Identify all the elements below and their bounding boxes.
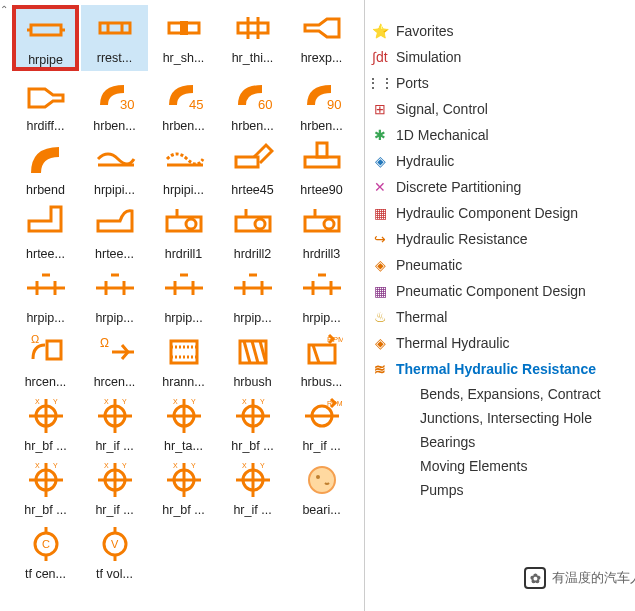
component-hrdiff[interactable]: hrdiff... (12, 73, 79, 135)
svg-text:Y: Y (191, 462, 196, 469)
bend45-icon: 45 (163, 75, 205, 117)
svg-text:X: X (104, 462, 109, 469)
watermark-text: 有温度的汽车人 (552, 569, 635, 587)
tree-subitem-label: Bends, Expansions, Contract (420, 386, 601, 402)
tree-item-label: 1D Mechanical (396, 127, 489, 143)
component-label: hrpip... (95, 311, 133, 325)
component-hrpipe[interactable]: hrpipe (12, 5, 79, 71)
component-hr_if[interactable]: XYhr_if ... (219, 457, 286, 519)
svg-text:60: 60 (258, 97, 272, 112)
tree-item-thermal-hydraulic[interactable]: ◈Thermal Hydraulic (365, 330, 635, 356)
tee1-icon (25, 203, 67, 245)
tree-item-label: Hydraulic Component Design (396, 205, 578, 221)
component-hrpip[interactable]: hrpip... (12, 265, 79, 327)
category-icon: ♨ (371, 308, 389, 326)
category-icon: ⋮⋮ (371, 74, 389, 92)
tree-item-simulation[interactable]: ∫dtSimulation (365, 44, 635, 70)
pip-icon (25, 267, 67, 309)
svg-text:Y: Y (191, 398, 196, 405)
category-icon: ▦ (371, 282, 389, 300)
tree-item-hydraulic[interactable]: ◈Hydraulic (365, 148, 635, 174)
component-beari[interactable]: beari... (288, 457, 355, 519)
category-icon: ◈ (371, 256, 389, 274)
svg-text:X: X (242, 462, 247, 469)
tree-item-thermal[interactable]: ♨Thermal (365, 304, 635, 330)
component-hrpip[interactable]: hrpip... (81, 265, 148, 327)
component-hrbus[interactable]: RPMhrbus... (288, 329, 355, 391)
component-hrtee[interactable]: hrtee... (12, 201, 79, 263)
svg-rect-53 (171, 341, 197, 363)
bush-icon (232, 331, 274, 373)
tree-subitem-moving-elements[interactable]: Moving Elements (365, 454, 635, 478)
component-hr_thi[interactable]: hr_thi... (219, 5, 286, 71)
tree-subitem-junctions-intersecting-hole[interactable]: Junctions, Intersecting Hole (365, 406, 635, 430)
component-hrpipi[interactable]: hrpipi... (150, 137, 217, 199)
category-icon: ⊞ (371, 100, 389, 118)
component-hr_if[interactable]: XYhr_if ... (81, 393, 148, 455)
component-hrpip[interactable]: hrpip... (219, 265, 286, 327)
component-hrcen[interactable]: Ωhrcen... (12, 329, 79, 391)
category-icon: ◈ (371, 334, 389, 352)
tree-item-discrete-partitioning[interactable]: ✕Discrete Partitioning (365, 174, 635, 200)
component-hrben[interactable]: 30hrben... (81, 73, 148, 135)
component-hr_bf[interactable]: XYhr_bf ... (12, 457, 79, 519)
component-label: hrpip... (302, 311, 340, 325)
tree-item-1d-mechanical[interactable]: ✱1D Mechanical (365, 122, 635, 148)
tfc-icon: C (25, 523, 67, 565)
component-library-panel: ⌃ hrpiperrest...hr_sh...hr_thi...hrexp..… (0, 0, 365, 611)
svg-text:90: 90 (327, 97, 341, 112)
svg-text:Y: Y (122, 398, 127, 405)
component-hrdrill2[interactable]: hrdrill2 (219, 201, 286, 263)
component-hrcen[interactable]: Ωhrcen... (81, 329, 148, 391)
svg-rect-7 (180, 21, 188, 35)
component-tfvol[interactable]: Vtf vol... (81, 521, 148, 583)
tree-subitem-label: Bearings (420, 434, 475, 450)
component-hr_if[interactable]: XYhr_if ... (81, 457, 148, 519)
component-hrbush[interactable]: hrbush (219, 329, 286, 391)
pip-icon (163, 267, 205, 309)
component-hrpip[interactable]: hrpip... (288, 265, 355, 327)
component-hrbend[interactable]: hrbend (12, 137, 79, 199)
tree-item-hydraulic-resistance[interactable]: ↪Hydraulic Resistance (365, 226, 635, 252)
component-hrann[interactable]: hrann... (150, 329, 217, 391)
tree-item-ports[interactable]: ⋮⋮Ports (365, 70, 635, 96)
svg-line-58 (252, 341, 258, 363)
tfv-icon: V (94, 523, 136, 565)
svg-rect-8 (238, 23, 268, 33)
component-hrtee[interactable]: hrtee... (81, 201, 148, 263)
component-hrben[interactable]: 60hrben... (219, 73, 286, 135)
component-label: beari... (302, 503, 340, 517)
component-hr_bf[interactable]: XYhr_bf ... (150, 457, 217, 519)
component-hrtee90[interactable]: hrtee90 (288, 137, 355, 199)
expand-caret[interactable]: ⌃ (0, 4, 8, 15)
tree-subitem-pumps[interactable]: Pumps (365, 478, 635, 502)
component-hr_sh[interactable]: hr_sh... (150, 5, 217, 71)
component-label: hrcen... (94, 375, 136, 389)
tree-item-signal-control[interactable]: ⊞Signal, Control (365, 96, 635, 122)
component-label: hr_ta... (164, 439, 203, 453)
component-hrpipi[interactable]: hrpipi... (81, 137, 148, 199)
drill-icon (163, 203, 205, 245)
tree-subitem-bends-expansions-contract[interactable]: Bends, Expansions, Contract (365, 382, 635, 406)
component-hr_ta[interactable]: XYhr_ta... (150, 393, 217, 455)
component-hrdrill1[interactable]: hrdrill1 (150, 201, 217, 263)
tree-item-favorites[interactable]: ⭐Favorites (365, 18, 635, 44)
component-hrdrill3[interactable]: hrdrill3 (288, 201, 355, 263)
wechat-icon: ✿ (524, 567, 546, 589)
component-hr_bf[interactable]: XYhr_bf ... (12, 393, 79, 455)
component-hr_bf[interactable]: XYhr_bf ... (219, 393, 286, 455)
component-label: hrben... (162, 119, 204, 133)
component-rrest[interactable]: rrest... (81, 5, 148, 71)
component-hrexp[interactable]: hrexp... (288, 5, 355, 71)
component-hrtee45[interactable]: hrtee45 (219, 137, 286, 199)
tree-item-pneumatic-component-design[interactable]: ▦Pneumatic Component Design (365, 278, 635, 304)
component-hr_if[interactable]: RPMhr_if ... (288, 393, 355, 455)
tree-item-hydraulic-component-design[interactable]: ▦Hydraulic Component Design (365, 200, 635, 226)
component-hrben[interactable]: 45hrben... (150, 73, 217, 135)
component-tfcen[interactable]: Ctf cen... (12, 521, 79, 583)
tree-item-thermal-hydraulic-resistance[interactable]: ≋Thermal Hydraulic Resistance (365, 356, 635, 382)
component-hrpip[interactable]: hrpip... (150, 265, 217, 327)
tree-item-pneumatic[interactable]: ◈Pneumatic (365, 252, 635, 278)
tree-subitem-bearings[interactable]: Bearings (365, 430, 635, 454)
component-hrben[interactable]: 90hrben... (288, 73, 355, 135)
